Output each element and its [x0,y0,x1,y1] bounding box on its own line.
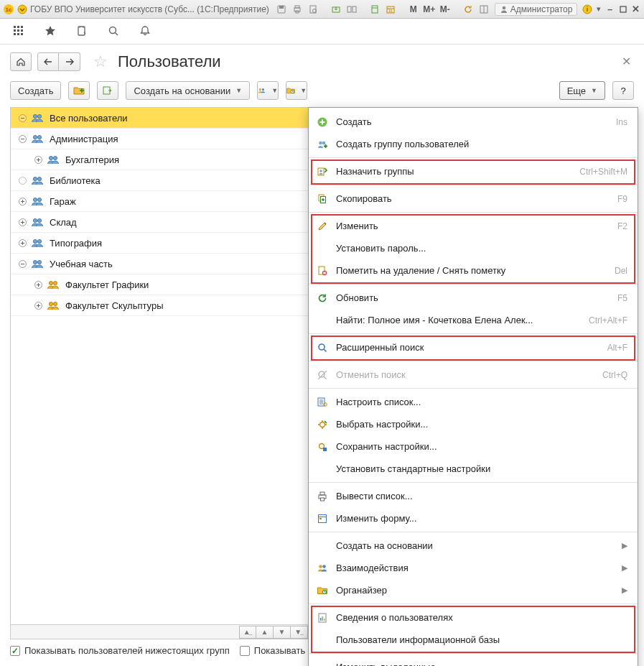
tree-expander-icon[interactable] [32,154,44,165]
apps-grid-icon[interactable] [13,25,26,38]
memory-m-plus-icon[interactable]: M+ [423,3,436,16]
toolbar-save-icon[interactable] [275,3,288,16]
menu-item[interactable]: Пользователи информационной базы [309,629,638,651]
menu-item[interactable]: Назначить группыCtrl+Shift+M [309,160,638,182]
tree-expander-icon[interactable] [17,258,28,269]
tree-expander-icon[interactable] [17,237,28,249]
toolbar-compare-icon[interactable] [345,3,358,16]
tree-node[interactable]: Гараж [11,191,309,212]
submenu-arrow-icon: ▶ [622,586,627,595]
menu-item[interactable]: Сохранить настройки... [309,435,638,458]
menu-item[interactable]: Установить стандартные настройки [309,458,638,480]
tree-expander-icon[interactable] [32,279,44,290]
organizer-button[interactable]: ▼ [286,81,307,100]
menu-item[interactable]: ОбновитьF5 [309,287,638,309]
body-split: Все пользователи Администрация Бухгалтер… [10,107,634,639]
home-button[interactable] [10,52,32,71]
menu-item[interactable]: Настроить список... [309,391,638,413]
toolbar-calendar-icon[interactable]: 31 [384,3,397,16]
search-icon[interactable] [108,25,121,38]
toolbar-panel-icon[interactable] [477,3,490,16]
show-subgroup-users-checkbox[interactable]: Показывать пользователей нижестоящих гру… [10,645,230,656]
tree-node-label: Библиотека [50,175,101,186]
nav-forward-button[interactable] [59,52,80,71]
toolbar-preview-icon[interactable] [307,3,319,16]
more-button[interactable]: Еще▼ [559,81,605,100]
user-group-icon [31,238,42,248]
tree-node[interactable]: Учебная часть [11,254,309,274]
toolbar-refresh-icon[interactable] [462,3,475,16]
history-icon[interactable] [76,25,89,38]
menu-item[interactable]: Органайзер▶ [309,579,638,601]
window-close-button[interactable]: ✕ [631,3,641,16]
pager-first-button[interactable]: ▲_ [239,626,256,639]
tree-expander-icon[interactable] [17,175,28,186]
create-button[interactable]: Создать [10,81,61,100]
notifications-bell-icon[interactable] [139,25,152,38]
toolbar-info-dropdown-icon[interactable]: ▾ [596,3,602,16]
menu-item[interactable]: Расширенный поискAlt+F [309,336,638,359]
tree-node[interactable]: Бухгалтерия [11,149,309,170]
favorites-star-icon[interactable] [45,25,57,38]
help-button[interactable]: ? [612,81,634,100]
pager-up-button[interactable]: ▲ [256,626,274,639]
menu-item[interactable]: СкопироватьF9 [309,188,638,210]
list-gear-icon [316,396,329,409]
menu-item: Отменить поискCtrl+Q [309,364,638,386]
toolbar-print-icon[interactable] [291,3,304,16]
menu-item[interactable]: Изменить выделенные... [309,656,638,666]
window-maximize-button[interactable] [618,3,628,16]
memory-m-icon[interactable]: M [407,3,420,16]
groups-tree: Все пользователи Администрация Бухгалтер… [11,108,309,316]
tree-expander-icon[interactable] [17,112,28,124]
menu-item[interactable]: Пометить на удаление / Снять пометкуDel [309,259,638,282]
create-based-on-button[interactable]: Создать на основании▼ [126,81,250,100]
tree-node[interactable]: Типография [11,233,309,254]
svg-point-80 [49,281,52,285]
create-folder-button[interactable] [68,81,90,100]
page-close-button[interactable]: ✕ [619,52,634,71]
toolbar-inbox-icon[interactable] [330,3,342,16]
menu-item-label: Органайзер [336,585,612,596]
svg-rect-11 [347,6,351,12]
tree-node[interactable]: Факультет Скульптуры [11,295,309,316]
pager-down-button[interactable]: ▼ [274,626,291,639]
menu-item[interactable]: Создать на основании▶ [309,535,638,557]
menu-item[interactable]: Сведения о пользователях [309,606,638,629]
menu-item[interactable]: Вывести список... [309,485,638,507]
tree-expander-icon[interactable] [17,216,28,228]
menu-item[interactable]: Установить пароль... [309,237,638,259]
pick-button[interactable] [97,81,118,100]
dropdown-titlebar-icon[interactable] [17,4,27,15]
toolbar-info-icon[interactable]: i [582,3,593,16]
tree-expander-icon[interactable] [32,300,44,311]
window-minimize-button[interactable]: – [605,3,615,16]
menu-item[interactable]: СоздатьIns [309,111,638,133]
menu-item[interactable]: Создать группу пользователей [309,133,638,155]
current-user-chip[interactable]: Администратор [495,3,578,16]
menu-item[interactable]: ИзменитьF2 [309,215,638,237]
menu-item[interactable]: Найти: Полное имя - Кочеткова Елена Алек… [309,309,638,331]
menu-separator [309,157,638,158]
more-button-label: Еще [567,85,586,96]
report-icon [316,611,329,624]
page-title: Пользователи [118,52,221,71]
tree-expander-icon[interactable] [17,195,28,207]
pager-last-button[interactable]: ▼_ [291,626,308,639]
tree-node[interactable]: Все пользователи [11,108,309,129]
favorite-toggle-icon[interactable]: ☆ [93,52,108,71]
tree-node[interactable]: Склад [11,212,309,233]
tree-expander-icon[interactable] [17,133,28,144]
menu-item[interactable]: Выбрать настройки... [309,413,638,435]
menu-item[interactable]: Изменить форму... [309,507,638,529]
titlebar: 1c ГОБУ ВПО Университет искусств (Субс..… [0,0,644,19]
tree-node[interactable]: Администрация [11,129,309,149]
menu-separator [309,212,638,213]
nav-back-button[interactable] [37,52,59,71]
tree-node[interactable]: Факультет Графики [11,274,309,295]
tree-node[interactable]: Библиотека [11,170,309,191]
interactions-button[interactable]: ▼ [257,81,279,100]
menu-item[interactable]: Взаимодействия▶ [309,557,638,579]
toolbar-calc-icon[interactable] [368,3,381,16]
memory-m-minus-icon[interactable]: M- [439,3,452,16]
